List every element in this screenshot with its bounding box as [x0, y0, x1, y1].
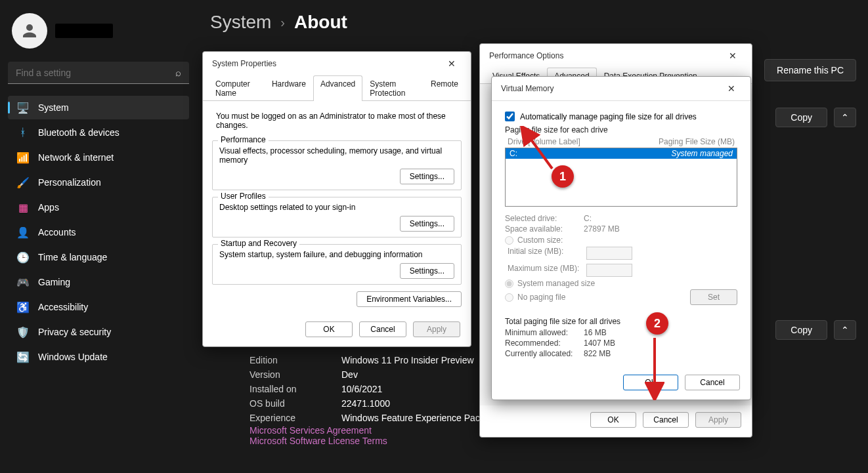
- user-block[interactable]: [8, 8, 189, 62]
- total-key: Recommended:: [505, 339, 584, 348]
- close-icon[interactable]: ✕: [442, 58, 462, 69]
- user-name-redacted: [55, 24, 113, 38]
- custom-size-radio: [505, 236, 513, 245]
- tab-hardware[interactable]: Hardware: [265, 75, 313, 101]
- nav-label: Accessibility: [38, 302, 88, 312]
- spec-row: EditionWindows 11 Pro Insider Preview: [250, 353, 502, 367]
- profiles-legend: User Profiles: [218, 192, 269, 201]
- spec-value: Windows 11 Pro Insider Preview: [341, 355, 474, 365]
- startup-legend: Startup and Recovery: [218, 239, 299, 248]
- windows-specs: EditionWindows 11 Pro Insider PreviewVer…: [250, 353, 502, 446]
- sidebar-item-system[interactable]: 🖥️System: [8, 96, 189, 119]
- perfopts-ok-button[interactable]: OK: [590, 412, 636, 428]
- sidebar-item-time-language[interactable]: 🕒Time & language: [8, 245, 189, 269]
- license-link[interactable]: Microsoft Services Agreement: [250, 425, 502, 436]
- total-row: Currently allocated:822 MB: [505, 348, 737, 359]
- sysprops-title: System Properties: [212, 59, 276, 68]
- perfopts-title: Performance Options: [489, 51, 563, 60]
- nav-label: Bluetooth & devices: [38, 127, 119, 138]
- sysprops-cancel-button[interactable]: Cancel: [359, 321, 406, 337]
- annotation-arrow-2: [645, 335, 664, 400]
- drive-size: System managed: [672, 149, 733, 158]
- chevron-up-icon: ⌃: [841, 325, 849, 335]
- vmem-title: Virtual Memory: [501, 84, 553, 93]
- spec-value: 10/6/2021: [341, 384, 382, 394]
- sysprops-tabs: Computer NameHardwareAdvancedSystem Prot…: [203, 75, 471, 101]
- tab-computer-name[interactable]: Computer Name: [208, 75, 265, 101]
- system-managed-radio: [505, 279, 513, 288]
- auto-manage-checkbox[interactable]: [505, 112, 515, 121]
- perfopts-apply-button[interactable]: Apply: [695, 412, 741, 428]
- system-properties-dialog: System Properties ✕ Computer NameHardwar…: [202, 51, 471, 347]
- initial-size-input: [586, 247, 632, 260]
- totals-header: Total paging file size for all drives: [505, 314, 737, 327]
- space-available-value: 27897 MB: [584, 224, 620, 234]
- sidebar-item-windows-update[interactable]: 🔄Windows Update: [8, 345, 189, 369]
- sidebar-item-gaming[interactable]: 🎮Gaming: [8, 270, 189, 294]
- sysprops-ok-button[interactable]: OK: [305, 321, 353, 337]
- chevron-right-icon: ›: [280, 15, 285, 30]
- sidebar-item-personalization[interactable]: 🖌️Personalization: [8, 171, 189, 194]
- spec-key: Version: [250, 369, 322, 380]
- tab-advanced[interactable]: Advanced: [313, 75, 362, 101]
- breadcrumb: System › About: [210, 12, 856, 33]
- profiles-settings-button[interactable]: Settings...: [400, 216, 454, 232]
- env-vars-button[interactable]: Environment Variables...: [357, 291, 462, 307]
- nav-icon: 🖥️: [17, 102, 29, 113]
- total-row: Minimum allowed:16 MB: [505, 327, 737, 338]
- total-value: 1407 MB: [584, 339, 615, 348]
- search-icon: ⌕: [175, 67, 181, 78]
- annotation-badge-1: 1: [552, 165, 574, 188]
- total-row: Recommended:1407 MB: [505, 338, 737, 348]
- perf-desc: Visual effects, processor scheduling, me…: [219, 146, 454, 165]
- close-icon[interactable]: ✕: [722, 83, 741, 94]
- sidebar-item-apps[interactable]: ▦Apps: [8, 195, 189, 219]
- vmem-cancel-button[interactable]: Cancel: [685, 375, 740, 390]
- nav-icon: 🛡️: [17, 326, 29, 338]
- sidebar-item-bluetooth-devices[interactable]: ᚼBluetooth & devices: [8, 121, 189, 144]
- copy-button-1[interactable]: Copy: [775, 108, 827, 127]
- breadcrumb-parent[interactable]: System: [210, 12, 271, 33]
- startup-desc: System startup, system failure, and debu…: [219, 250, 454, 259]
- search-input[interactable]: [8, 62, 189, 84]
- expand-button-2[interactable]: ⌃: [834, 320, 856, 340]
- nav-icon: 🔄: [17, 351, 29, 363]
- selected-drive-label: Selected drive:: [505, 214, 584, 223]
- sidebar-item-accounts[interactable]: 👤Accounts: [8, 220, 189, 244]
- sidebar-item-network-internet[interactable]: 📶Network & internet: [8, 146, 189, 169]
- spec-row: ExperienceWindows Feature Experience Pac…: [250, 411, 502, 425]
- rename-pc-button[interactable]: Rename this PC: [764, 59, 856, 81]
- chevron-up-icon: ⌃: [841, 112, 849, 123]
- sidebar-item-privacy-security[interactable]: 🛡️Privacy & security: [8, 320, 189, 344]
- spec-value: Dev: [341, 369, 358, 380]
- set-button: Set: [690, 289, 737, 305]
- sysprops-apply-button[interactable]: Apply: [413, 321, 460, 337]
- nav-label: Privacy & security: [38, 327, 111, 337]
- tab-remote[interactable]: Remote: [423, 75, 466, 101]
- expand-button-1[interactable]: ⌃: [834, 108, 856, 127]
- nav-icon: 📶: [17, 152, 29, 163]
- max-size-label: Maximum size (MB):: [508, 264, 586, 277]
- annotation-badge-2: 2: [646, 312, 668, 335]
- sidebar-item-accessibility[interactable]: ♿Accessibility: [8, 295, 189, 319]
- license-link[interactable]: Microsoft Software License Terms: [250, 436, 502, 446]
- copy-button-2[interactable]: Copy: [775, 320, 827, 340]
- nav-label: System: [38, 102, 69, 113]
- nav-icon: 👤: [17, 226, 29, 238]
- virtual-memory-dialog: Virtual Memory ✕ Automatically manage pa…: [491, 76, 751, 400]
- custom-size-label: Custom size:: [517, 236, 563, 245]
- spec-row: Installed on10/6/2021: [250, 382, 502, 396]
- perfopts-cancel-button[interactable]: Cancel: [643, 412, 689, 428]
- nav-label: Time & language: [38, 252, 107, 262]
- auto-manage-checkbox-row[interactable]: Automatically manage paging file size fo…: [505, 110, 737, 123]
- close-icon[interactable]: ✕: [723, 51, 743, 61]
- profiles-desc: Desktop settings related to your sign-in: [219, 203, 454, 212]
- avatar: [12, 13, 47, 49]
- no-paging-label: No paging file: [517, 293, 565, 302]
- nav-icon: ♿: [17, 301, 29, 313]
- no-paging-radio: [505, 293, 513, 302]
- perf-settings-button[interactable]: Settings...: [400, 169, 454, 184]
- startup-settings-button[interactable]: Settings...: [400, 263, 454, 279]
- spec-row: VersionDev: [250, 367, 502, 382]
- tab-system-protection[interactable]: System Protection: [362, 75, 423, 101]
